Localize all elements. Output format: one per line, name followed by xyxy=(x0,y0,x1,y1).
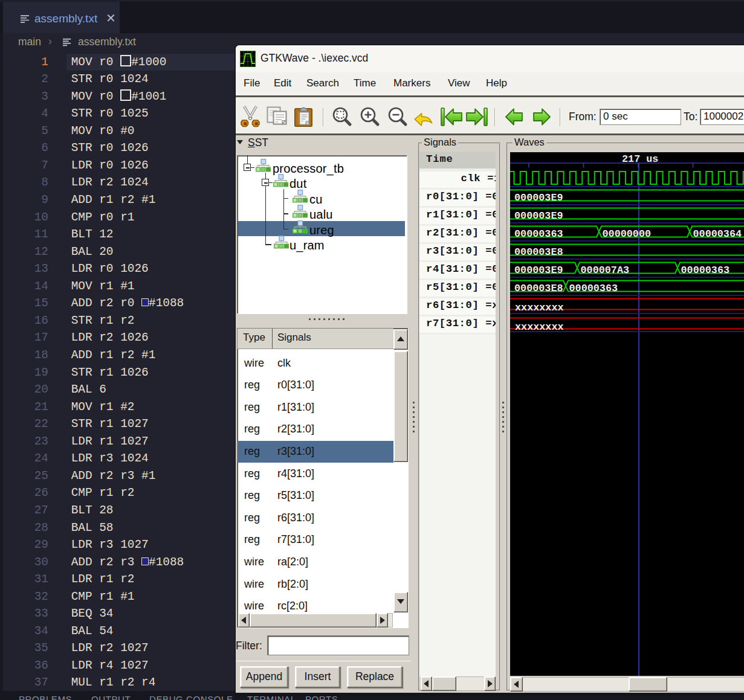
svg-text:xxxxxxxx: xxxxxxxx xyxy=(515,321,564,333)
svg-text:00000364: 00000364 xyxy=(693,228,742,240)
svg-text:000003E9: 000003E9 xyxy=(514,192,563,204)
svg-text:000007A3: 000007A3 xyxy=(581,265,630,276)
svg-text:00000000: 00000000 xyxy=(603,228,652,240)
svg-text:000003E8: 000003E8 xyxy=(514,246,563,258)
svg-text:xxxxxxxx: xxxxxxxx xyxy=(515,302,564,313)
svg-text:000003E9: 000003E9 xyxy=(514,210,563,222)
svg-text:00000363: 00000363 xyxy=(681,265,730,276)
svg-text:00000363: 00000363 xyxy=(569,283,618,294)
svg-text:00000363: 00000363 xyxy=(514,228,563,240)
svg-text:217 us: 217 us xyxy=(622,153,658,165)
svg-text:000003E8: 000003E8 xyxy=(514,283,563,294)
svg-text:000003E9: 000003E9 xyxy=(514,265,563,276)
